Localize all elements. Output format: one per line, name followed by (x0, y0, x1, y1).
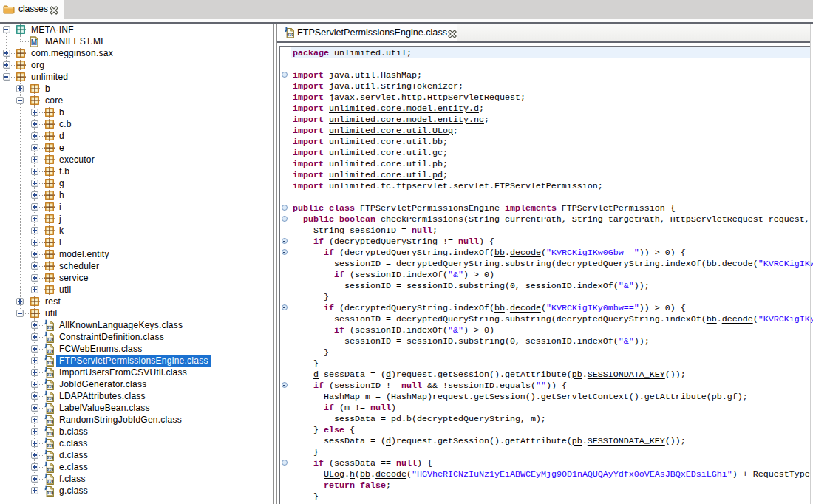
svg-text:010: 010 (47, 373, 53, 377)
svg-text:010: 010 (47, 409, 53, 412)
svg-text:010: 010 (47, 338, 53, 341)
svg-text:010: 010 (287, 33, 293, 37)
svg-text:010: 010 (47, 491, 53, 495)
svg-text:010: 010 (47, 432, 53, 436)
svg-text:M: M (31, 38, 37, 46)
svg-text:010: 010 (47, 361, 53, 365)
svg-text:010: 010 (47, 420, 53, 424)
svg-text:010: 010 (47, 468, 53, 471)
svg-text:010: 010 (47, 350, 53, 353)
svg-text:010: 010 (47, 397, 53, 401)
svg-text:010: 010 (47, 385, 53, 389)
svg-text:010: 010 (47, 444, 53, 448)
svg-text:010: 010 (47, 480, 53, 483)
svg-text:010: 010 (47, 456, 53, 460)
svg-text:010: 010 (47, 326, 53, 330)
